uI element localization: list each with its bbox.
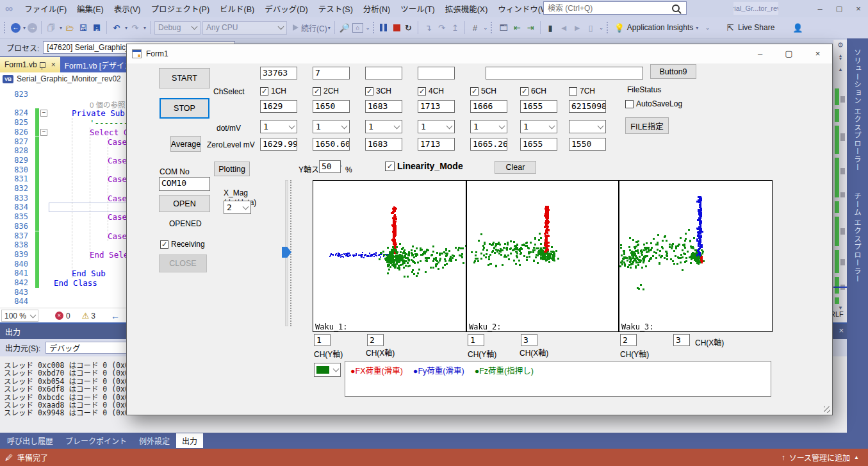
ch-zerolevel-textbox[interactable]: 1629.99009: [260, 138, 297, 151]
open-folder-icon[interactable]: 🗁: [64, 21, 76, 34]
ch-live-textbox[interactable]: 6215098: [569, 100, 606, 113]
panel-tab-出力[interactable]: 出力: [176, 433, 203, 448]
solution-home-icon[interactable]: ⌂: [352, 23, 363, 33]
chevron-down-icon[interactable]: ▾: [143, 25, 146, 31]
waku-xch-textbox[interactable]: 3: [521, 334, 537, 346]
ch-dot-mv-dropdown[interactable]: 1: [418, 120, 455, 133]
nav-back-arrow-icon[interactable]: ←: [111, 311, 120, 321]
menu-item[interactable]: 編集(E): [72, 0, 109, 17]
maximize-button[interactable]: ▢: [830, 0, 849, 17]
fold-collapse-icon[interactable]: –: [40, 129, 47, 136]
close-icon[interactable]: ×: [839, 326, 844, 335]
gear-icon[interactable]: ⚙: [833, 41, 848, 49]
ch-live-textbox[interactable]: 1650: [313, 100, 350, 113]
ch-top-textbox[interactable]: 33763: [260, 67, 297, 79]
stop-debug-icon[interactable]: [393, 24, 400, 31]
clear-button[interactable]: Clear: [495, 161, 536, 174]
clear-bookmarks-icon[interactable]: ▯: [585, 21, 596, 34]
menu-item[interactable]: テスト(S): [313, 0, 358, 17]
menu-item[interactable]: ファイル(F): [19, 0, 72, 17]
scroll-up-icon[interactable]: ▲: [833, 67, 848, 72]
form-minimize-button[interactable]: –: [746, 44, 774, 63]
ch-dot-mv-dropdown[interactable]: 1: [470, 120, 507, 133]
ch-checkbox-6CH[interactable]: ✓6CH: [520, 87, 546, 96]
ch-zerolevel-textbox[interactable]: 1650.60396: [313, 138, 350, 151]
step-out-icon[interactable]: ↥: [449, 21, 461, 34]
warning-count[interactable]: 3: [91, 312, 95, 320]
tab-solution-explorer[interactable]: ソリューション エクスプローラー: [852, 49, 862, 172]
x-mag-dropdown[interactable]: 2: [224, 201, 251, 214]
search-input[interactable]: [544, 4, 672, 13]
com-port-textbox[interactable]: COM10: [159, 177, 210, 191]
close-com-button[interactable]: CLOSE: [159, 254, 207, 272]
menu-item[interactable]: 分析(N): [358, 0, 395, 17]
close-icon[interactable]: ×: [51, 60, 56, 69]
step-over-icon[interactable]: ↷: [436, 21, 447, 34]
ch-dot-mv-dropdown[interactable]: 1: [260, 120, 297, 133]
menu-item[interactable]: デバッグ(D): [259, 0, 313, 17]
ch-live-textbox[interactable]: 1713: [418, 100, 455, 113]
show-output-icon[interactable]: 🗔: [498, 21, 509, 34]
panel-tab-例外設定[interactable]: 例外設定: [133, 433, 176, 448]
pin-icon[interactable]: [40, 62, 45, 68]
tab-form1-vb[interactable]: Form1.vb ×: [0, 57, 60, 72]
ch-top-textbox[interactable]: 7: [313, 67, 350, 79]
y-axis-slider[interactable]: [282, 180, 293, 326]
menu-item[interactable]: 拡張機能(X): [440, 0, 493, 17]
panel-tab-ブレークポイント[interactable]: ブレークポイント: [60, 433, 133, 448]
toolbar-grip[interactable]: [607, 22, 610, 33]
ch-dot-mv-dropdown[interactable]: 1: [313, 120, 350, 133]
chevron-down-icon[interactable]: ▾: [696, 25, 698, 31]
file-select-button[interactable]: FILE指定: [625, 117, 669, 134]
indent-increase-icon[interactable]: ⇥: [525, 21, 536, 34]
menu-item[interactable]: プロジェクト(P): [145, 0, 215, 17]
ch-zerolevel-textbox[interactable]: 1683: [365, 138, 402, 151]
live-share-button[interactable]: Live Share: [738, 23, 774, 32]
source-control-button[interactable]: ↑ ソース管理に追加 ▲: [782, 449, 859, 466]
y-slider-value[interactable]: 50: [319, 160, 341, 173]
redo-icon[interactable]: ↷: [129, 21, 141, 34]
overflow-icon[interactable]: ⌄: [705, 25, 710, 31]
chevron-down-icon[interactable]: ▾: [60, 25, 62, 31]
bookmark-icon[interactable]: ▮: [545, 21, 556, 34]
ch-checkbox-3CH[interactable]: ✓3CH: [365, 87, 391, 96]
quick-search-box[interactable]: [543, 1, 687, 15]
overflow-icon[interactable]: ⌄: [366, 25, 370, 31]
ch-zerolevel-textbox[interactable]: 1550: [569, 138, 606, 151]
editor-scrollbar[interactable]: ⚙ ▴▾ ▲ ▼: [833, 40, 847, 322]
ch-live-textbox[interactable]: 1666: [470, 100, 507, 113]
error-count[interactable]: 0: [66, 312, 70, 320]
waku-ych-textbox[interactable]: 1: [314, 334, 331, 346]
zoom-dropdown[interactable]: 100 %: [1, 310, 38, 322]
platform-dropdown[interactable]: Any CPU: [202, 21, 287, 35]
form-close-button[interactable]: ×: [803, 44, 832, 63]
tab-team-explorer[interactable]: チーム エクスプローラー: [852, 192, 862, 283]
splitter-icon[interactable]: ▴▾: [833, 54, 848, 60]
breadcrumb-project[interactable]: Serial_Graphic_Monitor_rev02: [17, 74, 121, 83]
open-button[interactable]: OPEN: [159, 195, 210, 212]
ch-checkbox-2CH[interactable]: ✓2CH: [313, 87, 339, 96]
autosavelog-checkbox[interactable]: AutoSaveLog: [625, 99, 682, 108]
navigate-back-icon[interactable]: ←: [11, 23, 20, 33]
ch-zerolevel-textbox[interactable]: 1655: [520, 138, 557, 151]
ch-top-textbox[interactable]: [418, 67, 455, 79]
new-file-icon[interactable]: 🗍: [45, 21, 57, 34]
overflow-icon[interactable]: ⌄: [599, 25, 603, 31]
ch-checkbox-7CH[interactable]: 7CH: [569, 87, 595, 96]
top-long-textbox[interactable]: [486, 67, 643, 79]
ch-zerolevel-textbox[interactable]: 1665.26732: [470, 138, 507, 151]
ch-zerolevel-textbox[interactable]: 1713: [418, 138, 455, 151]
receiving-checkbox[interactable]: ✓ Receiving: [160, 240, 205, 249]
plot-color-dropdown[interactable]: [314, 363, 341, 377]
indent-decrease-icon[interactable]: ⇤: [511, 21, 523, 34]
application-insights-dropdown[interactable]: Application Insights: [627, 23, 693, 32]
toolbar-grip[interactable]: [491, 22, 495, 33]
ch-dot-mv-dropdown[interactable]: 1: [520, 120, 557, 133]
save-all-icon[interactable]: 🖪: [91, 21, 102, 34]
pause-icon[interactable]: [380, 24, 387, 31]
chevron-down-icon[interactable]: ▾: [125, 25, 127, 31]
restart-icon[interactable]: ↻: [402, 21, 414, 34]
start-button[interactable]: START: [159, 68, 210, 88]
plotting-button[interactable]: Plotting: [214, 162, 250, 176]
find-in-files-icon[interactable]: 🔎: [339, 21, 350, 34]
